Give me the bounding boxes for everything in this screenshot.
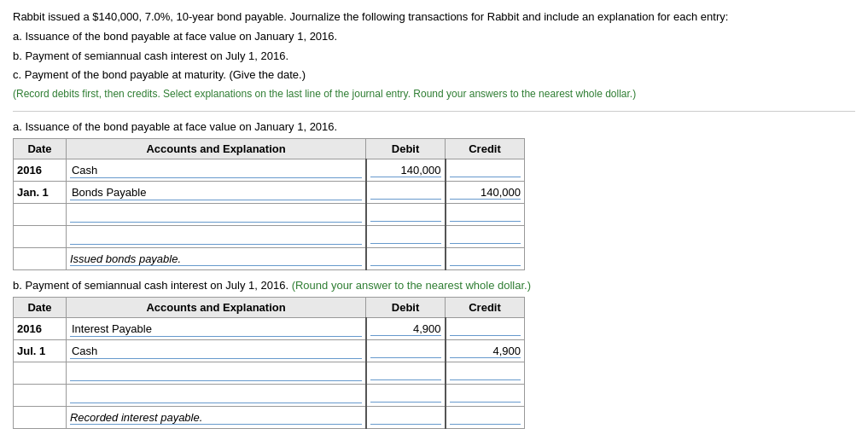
table-row	[14, 385, 525, 407]
part-a-text: a. Issuance of the bond payable at face …	[13, 28, 855, 46]
acct-input-b2[interactable]	[70, 344, 362, 359]
credit-input-a4[interactable]	[450, 230, 521, 244]
debit-input-a2[interactable]	[370, 186, 441, 200]
credit-input-b1[interactable]	[450, 322, 521, 336]
problem-statement: Rabbit issued a $140,000, 7.0%, 10-year …	[13, 9, 855, 112]
credit-input-a5[interactable]	[450, 252, 521, 266]
credit-input-b3[interactable]	[450, 367, 521, 380]
debit-input-a4[interactable]	[370, 230, 441, 244]
credit-input-a1[interactable]	[450, 164, 521, 177]
instruction-text: (Record debits first, then credits. Sele…	[13, 86, 855, 102]
credit-cell-b5[interactable]	[446, 407, 525, 429]
acct-input-b1[interactable]	[70, 321, 362, 337]
acct-input-b3[interactable]	[70, 366, 362, 381]
credit-input-b5[interactable]	[450, 411, 521, 425]
table-row	[14, 362, 525, 385]
debit-input-b5[interactable]	[370, 411, 441, 425]
credit-cell-a2[interactable]	[446, 182, 525, 204]
header-debit-a: Debit	[366, 139, 446, 159]
debit-cell-b4[interactable]	[366, 385, 446, 407]
debit-cell-a3[interactable]	[366, 204, 446, 226]
credit-cell-a4[interactable]	[446, 226, 525, 248]
table-row	[14, 248, 525, 270]
credit-input-a2[interactable]	[450, 186, 521, 200]
table-row: 2016	[14, 159, 525, 182]
part-b-text: b. Payment of semiannual cash interest o…	[13, 48, 855, 66]
journal-table-a: Date Accounts and Explanation Debit Cred…	[13, 138, 525, 270]
debit-cell-b2[interactable]	[366, 340, 446, 362]
date-cell-a5	[14, 248, 67, 270]
credit-input-b2[interactable]	[450, 345, 521, 358]
header-credit-b: Credit	[446, 298, 525, 318]
header-acct-b: Accounts and Explanation	[66, 298, 365, 318]
debit-cell-a4[interactable]	[366, 226, 446, 248]
date-cell-a2: Jan. 1	[14, 182, 67, 204]
table-row	[14, 407, 525, 429]
table-row: 2016	[14, 318, 525, 340]
date-cell-a3	[14, 204, 67, 226]
date-cell-b5	[14, 407, 67, 429]
table-row: Jul. 1	[14, 340, 525, 362]
date-cell-a4	[14, 226, 67, 248]
acct-input-b4[interactable]	[70, 388, 362, 403]
date-cell-b3	[14, 362, 67, 385]
intro-text: Rabbit issued a $140,000, 7.0%, 10-year …	[13, 9, 855, 26]
explanation-input-a[interactable]	[70, 252, 362, 266]
header-credit-a: Credit	[446, 139, 525, 159]
section-a-title: a. Issuance of the bond payable at face …	[13, 120, 855, 133]
debit-input-a1[interactable]	[370, 164, 441, 177]
credit-input-b4[interactable]	[450, 389, 521, 403]
credit-cell-b3[interactable]	[446, 362, 525, 385]
acct-input-a1[interactable]	[70, 163, 362, 178]
debit-input-b2[interactable]	[370, 345, 441, 358]
acct-cell-b1[interactable]	[66, 318, 365, 340]
header-date-a: Date	[14, 139, 67, 159]
section-b-note: (Round your answer to the nearest whole …	[292, 279, 531, 292]
table-row	[14, 226, 525, 248]
debit-cell-a5[interactable]	[366, 248, 446, 270]
credit-cell-b2[interactable]	[446, 340, 525, 362]
explanation-cell-b[interactable]	[66, 407, 365, 429]
debit-input-b4[interactable]	[370, 389, 441, 403]
acct-cell-a2[interactable]	[66, 182, 365, 204]
acct-cell-b2[interactable]	[66, 340, 365, 362]
part-c-text: c. Payment of the bond payable at maturi…	[13, 67, 855, 84]
acct-input-a4[interactable]	[70, 229, 362, 245]
credit-cell-a3[interactable]	[446, 204, 525, 226]
debit-input-a5[interactable]	[370, 252, 441, 266]
date-cell-a1: 2016	[14, 159, 67, 182]
date-cell-b2: Jul. 1	[14, 340, 67, 362]
credit-cell-b4[interactable]	[446, 385, 525, 407]
debit-cell-a1[interactable]	[366, 159, 446, 182]
explanation-cell-a[interactable]	[66, 248, 365, 270]
section-b: b. Payment of semiannual cash interest o…	[13, 279, 855, 429]
debit-cell-b1[interactable]	[366, 318, 446, 340]
acct-cell-a3[interactable]	[66, 204, 365, 226]
debit-input-b1[interactable]	[370, 322, 441, 336]
acct-cell-a1[interactable]	[66, 159, 365, 182]
table-row	[14, 204, 525, 226]
debit-cell-b5[interactable]	[366, 407, 446, 429]
credit-cell-b1[interactable]	[446, 318, 525, 340]
explanation-input-b[interactable]	[70, 411, 362, 425]
date-cell-b4	[14, 385, 67, 407]
acct-cell-b4[interactable]	[66, 385, 365, 407]
acct-cell-b3[interactable]	[66, 362, 365, 385]
acct-input-a3[interactable]	[70, 207, 362, 223]
debit-cell-a2[interactable]	[366, 182, 446, 204]
header-date-b: Date	[14, 298, 67, 318]
acct-cell-a4[interactable]	[66, 226, 365, 248]
journal-table-b: Date Accounts and Explanation Debit Cred…	[13, 297, 525, 429]
debit-cell-b3[interactable]	[366, 362, 446, 385]
date-cell-b1: 2016	[14, 318, 67, 340]
section-b-title: b. Payment of semiannual cash interest o…	[13, 279, 855, 292]
section-a: a. Issuance of the bond payable at face …	[13, 120, 855, 270]
debit-input-a3[interactable]	[370, 208, 441, 222]
credit-cell-a5[interactable]	[446, 248, 525, 270]
header-acct-a: Accounts and Explanation	[66, 139, 365, 159]
acct-input-a2[interactable]	[70, 185, 362, 200]
header-debit-b: Debit	[366, 298, 446, 318]
debit-input-b3[interactable]	[370, 367, 441, 380]
credit-cell-a1[interactable]	[446, 159, 525, 182]
credit-input-a3[interactable]	[450, 208, 521, 222]
